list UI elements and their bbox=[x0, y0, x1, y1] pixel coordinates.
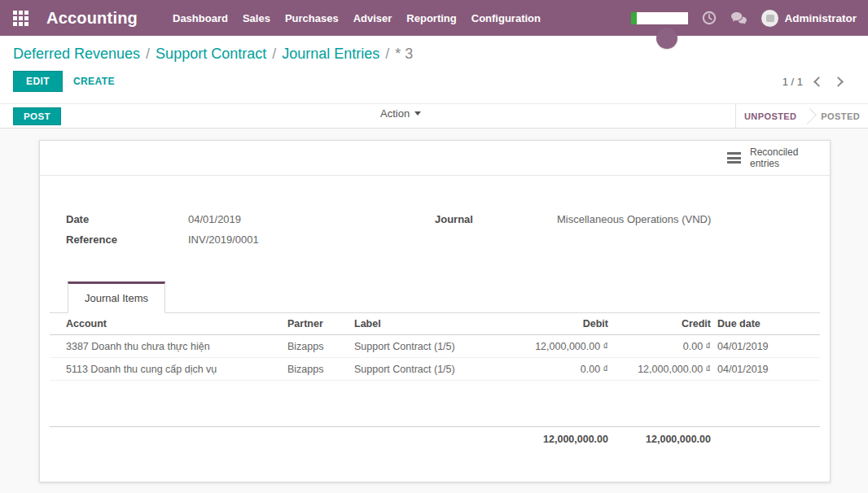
breadcrumb-separator: / bbox=[272, 46, 276, 62]
app-window: Accounting Dashboard Sales Purchases Adv… bbox=[0, 0, 868, 493]
topbar: Accounting Dashboard Sales Purchases Adv… bbox=[0, 0, 868, 36]
total-credit: 12,000,000.00 bbox=[608, 434, 711, 445]
header-label: Label bbox=[354, 318, 506, 329]
cell-debit: 0.00 ₫ bbox=[506, 364, 608, 375]
total-debit: 12,000,000.00 bbox=[506, 434, 608, 445]
nav-item-reporting[interactable]: Reporting bbox=[406, 9, 456, 28]
top-navigation: Dashboard Sales Purchases Adviser Report… bbox=[173, 9, 541, 28]
cell-credit: 0.00 ₫ bbox=[608, 341, 711, 352]
user-name: Administrator bbox=[784, 12, 857, 24]
status-posted[interactable]: POSTED bbox=[821, 111, 860, 121]
breadcrumb-current: * 3 bbox=[395, 46, 413, 62]
cell-credit: 12,000,000.00 ₫ bbox=[608, 364, 711, 375]
cell-label: Support Contract (1/5) bbox=[354, 364, 506, 375]
date-label: Date bbox=[66, 213, 188, 225]
breadcrumb: Deferred Revenues/Support Contract/Journ… bbox=[13, 46, 855, 63]
nav-item-sales[interactable]: Sales bbox=[243, 9, 270, 28]
control-panel: Deferred Revenues/Support Contract/Journ… bbox=[0, 36, 868, 103]
reference-value: INV/2019/0001 bbox=[188, 233, 435, 246]
cell-partner: Bizapps bbox=[287, 341, 354, 352]
breadcrumb-link-support-contract[interactable]: Support Contract bbox=[156, 46, 266, 62]
breadcrumb-link-deferred-revenues[interactable]: Deferred Revenues bbox=[13, 46, 140, 62]
create-button[interactable]: CREATE bbox=[73, 76, 115, 87]
breadcrumb-link-journal-entries[interactable]: Journal Entries bbox=[282, 46, 379, 62]
pager-next-button[interactable] bbox=[833, 76, 844, 87]
clock-icon[interactable] bbox=[702, 11, 717, 25]
chat-icon[interactable] bbox=[730, 11, 747, 25]
user-menu[interactable]: Administrator bbox=[761, 10, 857, 27]
cell-label: Support Contract (1/5) bbox=[354, 341, 506, 352]
journal-label: Journal bbox=[435, 213, 557, 225]
nav-item-dashboard[interactable]: Dashboard bbox=[173, 9, 228, 28]
list-icon bbox=[727, 152, 741, 164]
progress-bar bbox=[631, 12, 688, 24]
app-title: Accounting bbox=[46, 9, 138, 28]
notebook: Journal Items Account Partner Label Debi… bbox=[40, 281, 830, 451]
action-menu-label: Action bbox=[380, 107, 410, 120]
caret-down-icon bbox=[414, 111, 421, 116]
reference-label: Reference bbox=[66, 233, 188, 246]
tab-journal-items[interactable]: Journal Items bbox=[68, 281, 165, 313]
reconciled-entries-label: Reconciled entries bbox=[750, 146, 802, 170]
cell-due-date: 04/01/2019 bbox=[711, 364, 820, 375]
table-header-row: Account Partner Label Debit Credit Due d… bbox=[50, 313, 820, 335]
pager: 1 / 1 bbox=[783, 76, 855, 88]
sheet-header: Reconciled entries bbox=[40, 141, 830, 176]
post-button[interactable]: POST bbox=[13, 107, 61, 125]
tab-strip: Journal Items bbox=[50, 281, 820, 313]
cell-partner: Bizapps bbox=[287, 364, 354, 375]
content-area: Reconciled entries Date 04/01/2019 Journ… bbox=[0, 129, 868, 493]
journal-value: Miscellaneous Operations (VND) bbox=[557, 213, 804, 225]
table-row[interactable]: 3387 Doanh thu chưa thực hiện Bizapps Su… bbox=[50, 335, 820, 358]
table-totals-row: 12,000,000.00 12,000,000.00 bbox=[50, 426, 820, 451]
form-sheet: Reconciled entries Date 04/01/2019 Journ… bbox=[39, 140, 831, 482]
reconciled-entries-button[interactable]: Reconciled entries bbox=[727, 146, 802, 170]
nav-item-purchases[interactable]: Purchases bbox=[285, 9, 339, 28]
header-credit: Credit bbox=[608, 318, 711, 329]
date-value: 04/01/2019 bbox=[188, 213, 435, 225]
edit-button[interactable]: EDIT bbox=[13, 71, 63, 92]
cell-account: 5113 Doanh thu cung cấp dịch vụ bbox=[50, 364, 287, 375]
table-row[interactable]: 5113 Doanh thu cung cấp dịch vụ Bizapps … bbox=[50, 358, 820, 381]
nav-item-adviser[interactable]: Adviser bbox=[353, 9, 392, 28]
pager-previous-button[interactable] bbox=[813, 76, 824, 87]
form-fields: Date 04/01/2019 Journal Miscellaneous Op… bbox=[66, 213, 804, 246]
header-due-date: Due date bbox=[711, 318, 820, 329]
nav-item-configuration[interactable]: Configuration bbox=[471, 9, 541, 28]
action-menu-button[interactable]: Action bbox=[380, 107, 421, 120]
breadcrumb-separator: / bbox=[385, 46, 389, 62]
header-partner: Partner bbox=[287, 318, 354, 329]
header-account: Account bbox=[50, 318, 287, 329]
pager-value: 1 / 1 bbox=[783, 76, 803, 88]
journal-items-table: Account Partner Label Debit Credit Due d… bbox=[50, 313, 820, 451]
apps-menu-icon[interactable] bbox=[13, 11, 28, 26]
status-widget: UNPOSTED POSTED bbox=[735, 104, 868, 128]
avatar bbox=[761, 10, 778, 27]
control-panel-buttons: EDIT CREATE 1 / 1 bbox=[13, 71, 855, 92]
status-arrow-icon bbox=[801, 108, 817, 124]
header-debit: Debit bbox=[506, 318, 608, 329]
cell-account: 3387 Doanh thu chưa thực hiện bbox=[50, 341, 287, 352]
statusbar: POST UNPOSTED POSTED bbox=[0, 103, 868, 129]
cell-debit: 12,000,000.00 ₫ bbox=[506, 341, 608, 352]
topbar-systray: Administrator bbox=[631, 10, 857, 27]
breadcrumb-separator: / bbox=[146, 46, 150, 62]
planner-progress-circle[interactable] bbox=[656, 28, 677, 49]
cell-due-date: 04/01/2019 bbox=[711, 341, 820, 352]
progress-fill bbox=[631, 12, 637, 24]
status-unposted[interactable]: UNPOSTED bbox=[744, 111, 796, 121]
